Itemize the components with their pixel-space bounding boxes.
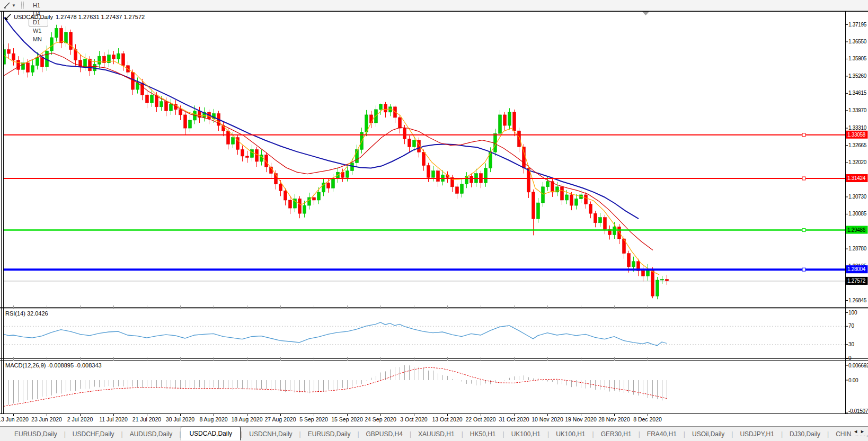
date-tick-label: 21 Jul 2020	[132, 416, 161, 422]
tab-fra40-h1[interactable]: FRA40,H1	[640, 428, 684, 440]
date-tick-label: 2 Jul 2020	[67, 416, 93, 422]
date-tick-label: 15 Sep 2020	[331, 416, 363, 422]
support-line-green-badge-label: 1.29486	[847, 227, 866, 233]
tab-uk100-h1[interactable]: UK100,H1	[549, 428, 592, 440]
date-tick-label: 24 Sep 2020	[365, 416, 396, 422]
macd-histogram	[4, 365, 667, 405]
tab-usdchf-daily[interactable]: USDCHF,Daily	[66, 428, 121, 440]
date-tick-label: 3 Oct 2020	[400, 416, 428, 422]
price-axis[interactable]: 1.371951.365501.359051.352601.346151.339…	[845, 22, 867, 303]
chart-symbol: USDCAD,Daily	[14, 14, 53, 20]
price-tick-label: 1.33970	[848, 107, 867, 113]
date-tick-label: 10 Nov 2020	[532, 416, 563, 422]
price-tick-label: 1.30085	[848, 211, 867, 217]
resistance-line-2-badge-label: 1.31424	[847, 175, 866, 181]
cursor-arrow-icon	[4, 13, 11, 21]
rsi-tick-label: 0	[848, 355, 852, 361]
rsi-tick-label: 30	[848, 341, 855, 347]
resistance-line-2-handle[interactable]	[802, 177, 805, 180]
price-tick-label: 1.35260	[848, 73, 867, 79]
chart-ohlc-values: 1.27478 1.27631 1.27437 1.27572	[56, 14, 145, 20]
price-tick-label: 1.28780	[848, 246, 867, 251]
date-tick-label: 30 Jul 2020	[166, 416, 194, 422]
tab-usoil-daily[interactable]: USOil,Daily	[685, 428, 731, 440]
tab-usdcnh-daily[interactable]: USDCNH,Daily	[242, 428, 299, 440]
support-line-blue-handle[interactable]	[802, 268, 805, 271]
chart-shift-marker-icon[interactable]	[642, 12, 649, 15]
ma-medium-red-line	[4, 53, 653, 250]
macd-indicator-label: MACD(12,26,9) -0.008895 -0.008343	[5, 362, 102, 368]
macd-tick-label: 0.006692	[848, 363, 868, 368]
price-tick-label: 1.32665	[848, 142, 867, 148]
rsi-tick-label: 70	[848, 323, 855, 329]
tab-ger30-h1[interactable]: GER30,H1	[594, 428, 639, 440]
chart-tabs-bar: EURUSD,Daily|USDCHF,Daily|AUDUSD,Daily|U…	[0, 426, 868, 441]
tab-gbpusd-h4[interactable]: GBPUSD,H4	[359, 428, 410, 440]
tab-dj30-daily[interactable]: DJ30,Daily	[783, 428, 827, 440]
tab-eurusd-daily[interactable]: EURUSD,Daily	[301, 428, 358, 440]
tab-uk100-h1[interactable]: UK100,H1	[504, 428, 547, 440]
tab-audusd-daily[interactable]: AUDUSD,Daily	[123, 428, 180, 440]
date-tick-label: 27 Aug 2020	[265, 416, 296, 422]
date-tick-label: 31 Oct 2020	[499, 416, 529, 422]
resistance-line-1-handle[interactable]	[802, 133, 805, 137]
macd-panel: 0.0066920.00-0.015075	[845, 363, 868, 414]
date-tick-label: 22 Oct 2020	[465, 416, 495, 422]
tab-hk50-h1[interactable]: HK50,H1	[463, 428, 503, 440]
tab-usdjpy-h1[interactable]: USDJPY,H1	[733, 428, 781, 440]
price-tick-label: 1.37195	[848, 22, 867, 28]
date-tick-label: 13 Oct 2020	[432, 416, 462, 422]
date-tick-label: 8 Dec 2020	[633, 416, 662, 422]
support-line-green-handle[interactable]	[802, 229, 805, 232]
price-tick-label: 1.35905	[848, 56, 867, 61]
chart-frame	[0, 11, 868, 414]
date-tick-label: 18 Aug 2020	[232, 416, 263, 422]
tab-eurusd-daily[interactable]: EURUSD,Daily	[7, 428, 64, 440]
date-tick-label: 11 Jul 2020	[99, 416, 128, 422]
price-tick-label: 1.32020	[848, 159, 867, 165]
macd-tick-label: -0.015075	[848, 408, 868, 414]
macd-signal-line	[4, 367, 667, 407]
tab-usdcad-daily[interactable]: USDCAD,Daily	[181, 427, 241, 440]
date-tick-label: 28 Nov 2020	[598, 416, 630, 422]
tab-xauusd-h1[interactable]: XAUUSD,H1	[411, 428, 462, 440]
macd-tick-label: 0.00	[848, 377, 858, 383]
resistance-line-1-badge-label: 1.33058	[847, 132, 866, 138]
price-tick-label: 1.36550	[848, 39, 867, 44]
date-tick-label: 23 Jun 2020	[31, 416, 62, 422]
rsi-tick-label: 100	[848, 310, 857, 316]
date-tick-label: 19 Nov 2020	[565, 416, 597, 422]
tab-scroll-left-icon[interactable]: ◄	[853, 429, 858, 434]
date-tick-label: 13 Jun 2020	[0, 416, 29, 422]
rsi-panel: 10070300	[4, 310, 857, 361]
price-tick-label: 1.26845	[848, 298, 867, 303]
chart-title: USDCAD,Daily 1.27478 1.27631 1.27437 1.2…	[4, 13, 145, 21]
support-line-blue-badge-label: 1.28004	[847, 266, 866, 272]
current-price-badge-label: 1.27572	[847, 278, 866, 284]
chart-canvas[interactable]: 13 Jun 202023 Jun 20202 Jul 202011 Jul 2…	[0, 0, 868, 426]
tab-scroll-right-icon[interactable]: ►	[860, 429, 865, 434]
price-tick-label: 1.30730	[848, 194, 867, 200]
rsi-line	[4, 322, 667, 346]
trading-terminal-window: ▼ M1M5M15M30H1H4D1W1MN 13 Jun 202023 Jun…	[0, 0, 868, 441]
tab-scroll-buttons: ◄ ►	[851, 427, 867, 436]
price-tick-label: 1.34615	[848, 90, 867, 96]
ma-fast-orange-line	[4, 42, 659, 275]
date-tick-label: 8 Aug 2020	[199, 416, 227, 422]
price-tick-label: 1.33310	[848, 125, 867, 131]
date-tick-label: 5 Sep 2020	[299, 416, 328, 422]
rsi-indicator-label: RSI(14) 32.0426	[5, 310, 48, 317]
